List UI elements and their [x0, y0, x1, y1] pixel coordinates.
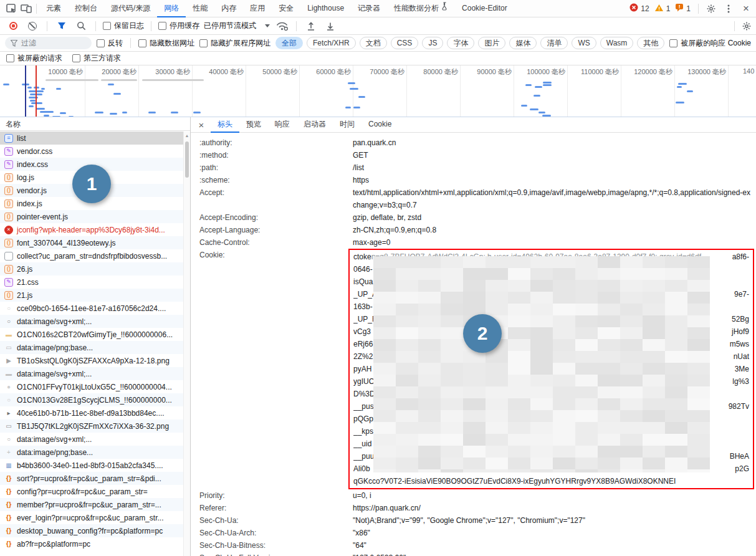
request-row-O1CN01FFvyT01kjLtoUxG5C_!!6000000004...[interactable]: ●O1CN01FFvyT01kjLtoUxG5C_!!6000000004...: [0, 380, 183, 393]
request-row-data:image/png;base...[interactable]: +data:image/png;base...: [0, 446, 183, 459]
device-toolbar-icon[interactable]: [19, 1, 34, 16]
close-devtools-icon[interactable]: ×: [739, 1, 754, 16]
request-row-21.js[interactable]: ()21.js: [0, 289, 183, 302]
request-row-TB1oSkstQL0gK0jSZFAXXcA9pXa-12-18.png[interactable]: ▶TB1oSkstQL0gK0jSZFAXXcA9pXa-12-18.png: [0, 354, 183, 367]
request-row-desktop_buwang_config[interactable]: {}desktop_buwang_config?fr=pc&platform=p…: [0, 524, 183, 537]
network-settings-gear-icon[interactable]: [737, 19, 756, 34]
request-row-b4bb3600-34e0-11ed-8bf3-015ab2cfa345....[interactable]: ▦b4bb3600-34e0-11ed-8bf3-015ab2cfa345...…: [0, 459, 183, 472]
clear-network-log-icon[interactable]: [25, 19, 40, 34]
main-tab-Lighthouse[interactable]: Lighthouse: [300, 0, 351, 17]
settings-gear-icon[interactable]: [704, 1, 719, 16]
disable-cache-checkbox[interactable]: 停用缓存: [158, 21, 199, 31]
checkbox-box[interactable]: [6, 54, 14, 62]
record-network-log-icon[interactable]: [6, 19, 21, 34]
main-tab-网络[interactable]: 网络: [157, 0, 186, 17]
detail-tab-预览[interactable]: 预览: [239, 117, 268, 133]
checkbox-box[interactable]: [72, 54, 80, 62]
checkbox-box[interactable]: [158, 22, 166, 30]
request-row-cce09bc0-1654-11ee-81e7-a167056c2d24....[interactable]: ○cce09bc0-1654-11ee-81e7-a167056c2d24...…: [0, 302, 183, 315]
network-conditions-icon[interactable]: [274, 19, 289, 34]
request-row-vendor.css[interactable]: ✎vendor.css: [0, 145, 183, 158]
request-row-sort[interactable]: {}sort?pr=ucpro&fr=pc&uc_param_str=&pdi.…: [0, 472, 183, 485]
blocked-requests-checkbox[interactable]: 被屏蔽的请求: [6, 53, 62, 64]
request-row-data:image/svg+xml;...[interactable]: ▬data:image/svg+xml;...: [0, 367, 183, 380]
request-row-O1CN013Gv28E1gScycjCLMS_!!600000000...[interactable]: ○O1CN013Gv28E1gScycjCLMS_!!600000000...: [0, 393, 183, 406]
invert-checkbox[interactable]: 反转: [97, 38, 123, 49]
request-list-header[interactable]: 名称: [0, 117, 190, 131]
inspect-element-icon[interactable]: [4, 1, 19, 16]
network-overview-timeline[interactable]: 10000 毫秒20000 毫秒30000 毫秒40000 毫秒50000 毫秒…: [0, 65, 756, 117]
preserve-log-checkbox[interactable]: 保留日志: [103, 21, 144, 31]
checkbox-box[interactable]: [199, 39, 208, 47]
export-har-icon[interactable]: [323, 19, 338, 34]
import-har-icon[interactable]: [304, 19, 318, 34]
filter-chip-其他[interactable]: 其他: [637, 37, 664, 49]
hide-extension-urls-checkbox[interactable]: 隐藏扩展程序网址: [199, 38, 270, 49]
request-row-pointer-event.js[interactable]: ()pointer-event.js: [0, 210, 183, 223]
request-row-config[interactable]: {}config?pr=ucpro&fr=pc&uc_param_str=: [0, 485, 183, 498]
checkbox-box[interactable]: [669, 39, 677, 47]
request-row-data:image/svg+xml;...[interactable]: ○data:image/svg+xml;...: [0, 315, 183, 328]
filter-icon[interactable]: [54, 19, 69, 34]
warning-count[interactable]: 1: [666, 4, 671, 13]
main-tab-元素[interactable]: 元素: [39, 0, 68, 17]
filter-chip-文档[interactable]: 文档: [360, 37, 387, 49]
third-party-requests-checkbox[interactable]: 第三方请求: [72, 53, 121, 64]
main-tab-应用[interactable]: 应用: [243, 0, 272, 17]
filter-chip-全部[interactable]: 全部: [275, 37, 303, 49]
request-row-data:image/png;base...[interactable]: ▭data:image/png;base...: [0, 341, 183, 354]
main-tab-内存[interactable]: 内存: [214, 0, 243, 17]
request-row-collect[interactable]: collect?uc_param_str=dndsfrpfbibdosvessb…: [0, 249, 183, 262]
scrollbar-thumb[interactable]: [185, 141, 189, 178]
request-row-40ce61b0-b71b-11ec-8bef-d9a13bbd84ec....[interactable]: ▸40ce61b0-b71b-11ec-8bef-d9a13bbd84ec...…: [0, 406, 183, 419]
filter-chip-字体[interactable]: 字体: [447, 37, 474, 49]
filter-chip-图片[interactable]: 图片: [478, 37, 505, 49]
main-tab-Cookie-Editor[interactable]: Cookie-Editor: [455, 0, 514, 17]
filter-chip-CSS[interactable]: CSS: [391, 37, 419, 49]
request-row-ever_login[interactable]: {}ever_login?pr=ucpro&fr=pc&uc_param_str…: [0, 511, 183, 524]
main-tab-性能数据分析[interactable]: 性能数据分析: [387, 0, 455, 17]
error-count[interactable]: 12: [641, 4, 649, 13]
request-row-26.js[interactable]: ()26.js: [0, 262, 183, 276]
request-row-jconfig[interactable]: ×jconfig?wpk-header=app%3Dcy68jy8t-3i4d.…: [0, 223, 183, 236]
scroll-up-icon[interactable]: ▲: [184, 132, 190, 140]
filter-chip-Wasm[interactable]: Wasm: [600, 37, 634, 49]
detail-tab-启动器[interactable]: 启动器: [297, 117, 333, 133]
main-tab-性能[interactable]: 性能: [186, 0, 214, 17]
checkbox-box[interactable]: [97, 39, 105, 47]
detail-tab-时间[interactable]: 时间: [333, 117, 361, 133]
request-row-list[interactable]: ≡list: [0, 132, 183, 145]
filter-chip-JS[interactable]: JS: [422, 37, 443, 49]
main-tab-源代码/来源[interactable]: 源代码/来源: [104, 0, 157, 17]
filter-input[interactable]: 过滤: [5, 37, 92, 49]
filter-chip-媒体[interactable]: 媒体: [509, 37, 537, 49]
checkbox-box[interactable]: [138, 39, 146, 47]
close-detail-icon[interactable]: ×: [193, 120, 209, 130]
request-list-scrollbar[interactable]: ▲: [183, 132, 190, 556]
search-icon[interactable]: [74, 19, 89, 34]
warning-icon[interactable]: [654, 4, 664, 14]
request-row-ab[interactable]: {}ab?fr=pc&platform=pc: [0, 537, 183, 550]
kebab-menu-icon[interactable]: [721, 1, 736, 16]
main-tab-控制台[interactable]: 控制台: [68, 0, 104, 17]
detail-tab-Cookie[interactable]: Cookie: [361, 117, 398, 133]
detail-tab-响应[interactable]: 响应: [268, 117, 297, 133]
request-row-TB1J5Q7tKL2gK0jSZFmXXc7iXXa-36-32.png[interactable]: ▭TB1J5Q7tKL2gK0jSZFmXXc7iXXa-36-32.png: [0, 419, 183, 433]
main-tab-安全[interactable]: 安全: [272, 0, 300, 17]
error-icon[interactable]: [629, 3, 638, 14]
blocked-response-cookies-checkbox[interactable]: 被屏蔽的响应 Cookie: [669, 38, 751, 49]
request-row-O1CN016s2CBT20wfGimyTje_!!6000000006...[interactable]: ▬O1CN016s2CBT20wfGimyTje_!!6000000006...: [0, 328, 183, 341]
detail-tab-标头[interactable]: 标头: [211, 117, 239, 133]
throttling-dropdown[interactable]: 已停用节流模式: [204, 21, 270, 31]
issues-icon[interactable]: [675, 3, 684, 14]
checkbox-box[interactable]: [103, 22, 111, 30]
hide-data-urls-checkbox[interactable]: 隐藏数据网址: [138, 38, 194, 49]
filter-chip-WS[interactable]: WS: [572, 37, 596, 49]
filter-chip-Fetch/XHR[interactable]: Fetch/XHR: [307, 37, 356, 49]
filter-chip-清单[interactable]: 清单: [540, 37, 568, 49]
request-row-member[interactable]: {}member?pr=ucpro&fr=pc&uc_param_str=...: [0, 498, 183, 511]
request-row-font_3307044_4l139eotewy.js[interactable]: ()font_3307044_4l139eotewy.js: [0, 236, 183, 249]
main-tab-记录器[interactable]: 记录器: [351, 0, 387, 17]
request-row-21.css[interactable]: ✎21.css: [0, 276, 183, 289]
request-row-data:image/svg+xml;...[interactable]: ○data:image/svg+xml;...: [0, 433, 183, 446]
